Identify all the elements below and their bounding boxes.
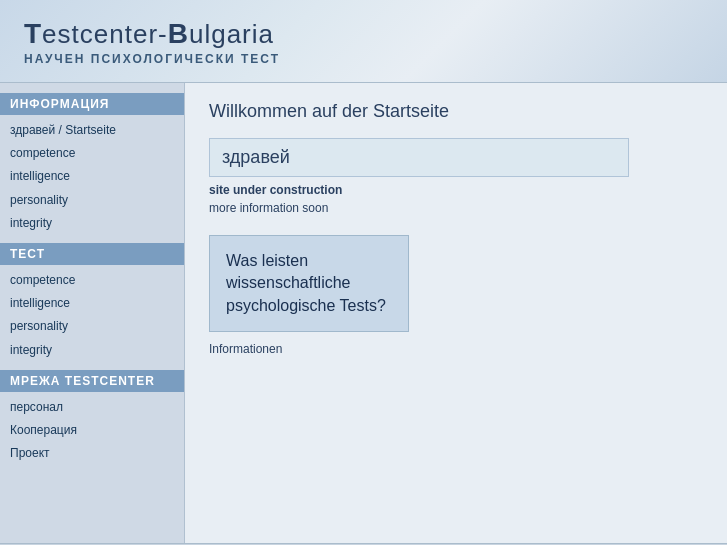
sidebar-link-competence-1[interactable]: competence (0, 142, 184, 165)
title-estcenter: estcenter- (42, 19, 168, 49)
health-box-text: здравей (222, 147, 290, 167)
content-area: Willkommen auf der Startseite здравей si… (185, 83, 727, 543)
header: Testcenter-Bulgaria Научен психологическ… (0, 0, 727, 83)
sidebar-links-test: competence intelligence personality inte… (0, 267, 184, 370)
sidebar-links-network: персонал Кооперация Проект (0, 394, 184, 474)
under-construction-text: site under construction (209, 183, 703, 197)
more-info-text: more information soon (209, 201, 703, 215)
site-subtitle: Научен психологически тест (24, 52, 703, 66)
health-box: здравей (209, 138, 629, 177)
sidebar-section-info: Информация (0, 93, 184, 115)
sidebar-link-integrity-2[interactable]: integrity (0, 339, 184, 362)
sidebar-links-info: здравей / Startseite competence intellig… (0, 117, 184, 243)
sidebar-link-intelligence-1[interactable]: intelligence (0, 165, 184, 188)
sidebar-section-network: Мрежа Testcenter (0, 370, 184, 392)
sidebar-link-personality-2[interactable]: personality (0, 315, 184, 338)
title-b: B (168, 18, 189, 49)
title-ulgaria: ulgaria (189, 19, 274, 49)
sidebar-link-cooperation[interactable]: Кооперация (0, 419, 184, 442)
sidebar-link-intelligence-2[interactable]: intelligence (0, 292, 184, 315)
info-box-text: Was leisten wissenschaftliche psychologi… (226, 250, 392, 317)
sidebar-link-personality-1[interactable]: personality (0, 189, 184, 212)
informationen-link[interactable]: Informationen (209, 342, 703, 356)
site-title: Testcenter-Bulgaria (24, 18, 703, 50)
sidebar-section-test: Тест (0, 243, 184, 265)
sidebar-link-project[interactable]: Проект (0, 442, 184, 465)
sidebar: Информация здравей / Startseite competen… (0, 83, 185, 543)
main-layout: Информация здравей / Startseite competen… (0, 83, 727, 543)
sidebar-link-integrity-1[interactable]: integrity (0, 212, 184, 235)
title-t: T (24, 18, 42, 49)
sidebar-link-personal[interactable]: персонал (0, 396, 184, 419)
info-box: Was leisten wissenschaftliche psychologi… (209, 235, 409, 332)
welcome-title: Willkommen auf der Startseite (209, 101, 703, 122)
sidebar-link-competence-2[interactable]: competence (0, 269, 184, 292)
sidebar-link-zdravey[interactable]: здравей / Startseite (0, 119, 184, 142)
